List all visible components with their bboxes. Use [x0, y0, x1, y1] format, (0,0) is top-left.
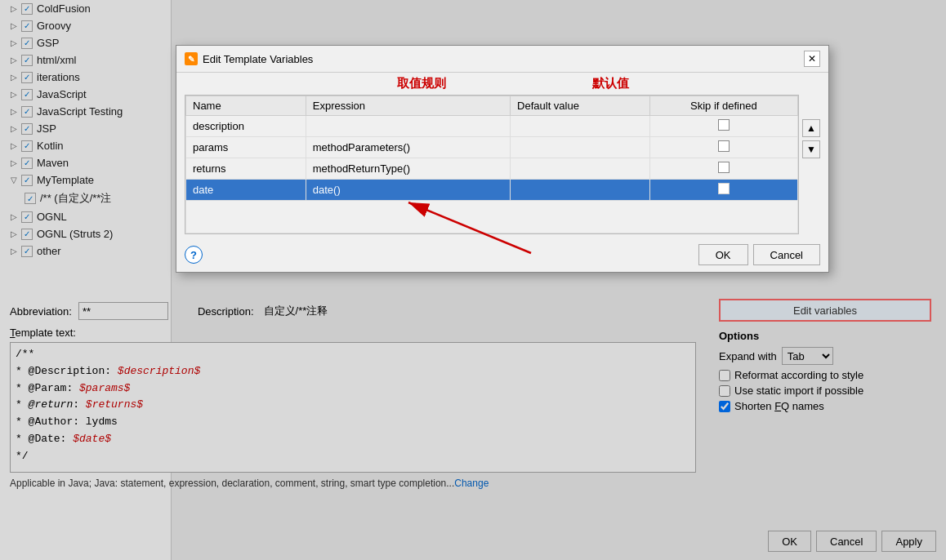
header-quzhiguize: 取值规则 [314, 76, 529, 91]
skip-checkbox[interactable] [718, 119, 730, 131]
dialog-titlebar: ✎ Edit Template Variables ✕ [176, 46, 828, 73]
table-row[interactable]: returns methodReturnType() [186, 158, 798, 180]
cell-skip [649, 137, 797, 158]
header-morenzhi: 默认值 [529, 76, 691, 91]
cell-default [511, 158, 650, 180]
scroll-buttons: ▲ ▼ [802, 119, 820, 158]
help-button[interactable]: ? [185, 246, 203, 264]
dialog-footer: ? OK Cancel [176, 238, 828, 272]
cell-expression: date() [306, 180, 510, 201]
cell-default [511, 137, 650, 158]
dialog-footer-buttons: OK Cancel [698, 244, 820, 265]
dialog-close-button[interactable]: ✕ [804, 51, 820, 67]
cell-name: params [186, 137, 306, 158]
skip-checkbox[interactable] [718, 162, 730, 173]
cell-expression [306, 116, 510, 137]
table-row[interactable]: description [186, 116, 798, 137]
cell-skip [649, 116, 797, 137]
cell-default [511, 180, 650, 201]
variables-table: Name Expression Default value Skip if de… [185, 96, 798, 233]
cell-expression: methodParameters() [306, 137, 510, 158]
edit-template-variables-dialog: ✎ Edit Template Variables ✕ 取值规则 默认值 Nam… [176, 45, 829, 273]
cell-expression: methodReturnType() [306, 158, 510, 180]
cell-name: date [186, 180, 306, 201]
dialog-icon: ✎ [185, 52, 198, 65]
dialog-ok-button[interactable]: OK [698, 244, 748, 265]
scroll-down-button[interactable]: ▼ [802, 140, 820, 158]
dialog-table-container: Name Expression Default value Skip if de… [185, 95, 799, 234]
col-default: Default value [511, 96, 650, 116]
col-name: Name [186, 96, 306, 116]
table-row-empty [186, 201, 798, 233]
skip-checkbox[interactable] [718, 140, 730, 152]
col-expression: Expression [306, 96, 510, 116]
cell-name: description [186, 116, 306, 137]
dialog-column-headers: 取值规则 默认值 [176, 73, 828, 91]
cell-name: returns [186, 158, 306, 180]
cell-skip [649, 158, 797, 180]
table-row-selected[interactable]: date date() [186, 180, 798, 201]
cell-default [511, 116, 650, 137]
col-skip: Skip if defined [649, 96, 797, 116]
skip-checkbox[interactable] [718, 183, 730, 194]
table-row[interactable]: params methodParameters() [186, 137, 798, 158]
dialog-cancel-button[interactable]: Cancel [753, 244, 820, 265]
dialog-title: Edit Template Variables [203, 53, 313, 65]
scroll-up-button[interactable]: ▲ [802, 119, 820, 137]
cell-skip [649, 180, 797, 201]
